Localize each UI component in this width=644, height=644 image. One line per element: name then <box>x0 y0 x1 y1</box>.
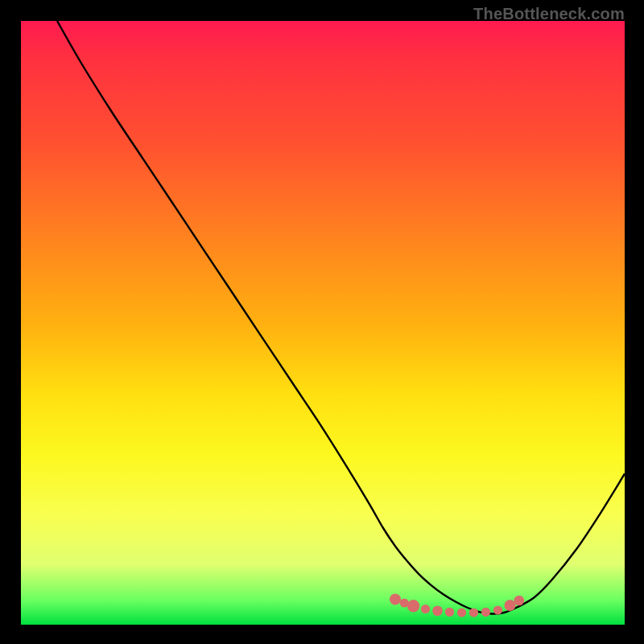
marker-dot <box>457 608 466 617</box>
marker-group <box>390 594 524 617</box>
curve-svg <box>21 21 625 625</box>
marker-dot <box>493 605 502 614</box>
bottleneck-curve <box>57 21 625 614</box>
marker-dot <box>390 594 401 605</box>
marker-dot <box>514 596 525 606</box>
marker-dot <box>505 600 516 611</box>
marker-dot <box>421 605 430 613</box>
marker-dot <box>432 606 443 617</box>
chart-container: TheBottleneck.com <box>0 0 644 644</box>
marker-dot <box>481 608 490 617</box>
marker-dot <box>407 600 419 612</box>
marker-dot <box>445 608 454 617</box>
plot-area <box>21 21 625 625</box>
marker-dot <box>469 608 478 617</box>
